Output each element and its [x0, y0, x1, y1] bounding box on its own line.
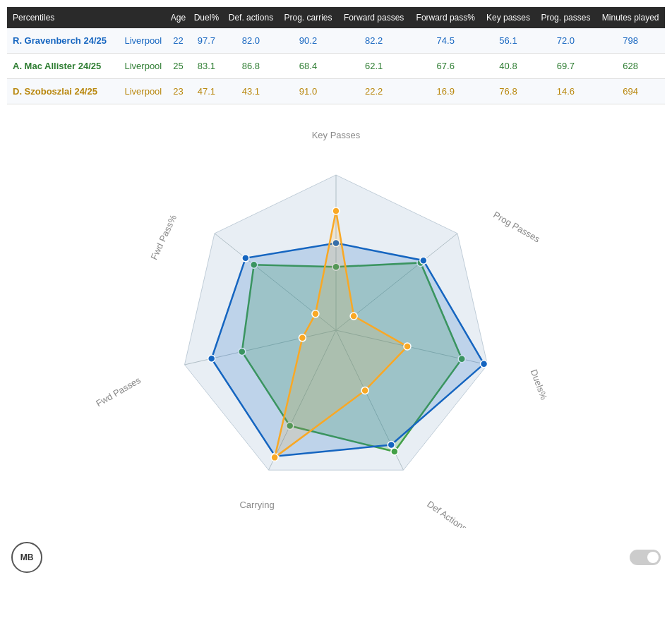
player-fwd-passes: 62.1	[337, 54, 410, 79]
radar-chart: Key PassesProg PassesDuels%Def ActionsCa…	[89, 119, 583, 528]
col-prog-carries: Prog. carries	[279, 7, 338, 28]
player-prog-carries: 91.0	[279, 79, 338, 104]
player-prog-passes: 69.7	[536, 54, 596, 79]
svg-text:Def Actions: Def Actions	[425, 499, 469, 528]
player-key-passes: 40.8	[481, 54, 535, 79]
col-duel: Duel%	[190, 7, 224, 28]
svg-text:Duels%: Duels%	[529, 368, 550, 401]
table-wrapper: Percentiles Age Duel% Def. actions Prog.…	[0, 0, 672, 104]
logo: MB	[11, 542, 42, 573]
col-minutes: Minutes played	[596, 7, 665, 28]
player-def-actions: 86.8	[223, 54, 278, 79]
player-name: A. Mac Allister 24/25	[7, 54, 119, 79]
svg-point-40	[271, 454, 278, 461]
col-team	[119, 7, 167, 28]
svg-point-41	[299, 334, 306, 341]
svg-point-42	[312, 310, 319, 318]
player-def-actions: 43.1	[223, 79, 278, 104]
svg-point-38	[404, 343, 411, 350]
col-age: Age	[167, 7, 189, 28]
player-minutes: 694	[596, 79, 665, 104]
svg-text:Prog Passes: Prog Passes	[491, 210, 542, 245]
svg-point-31	[388, 442, 395, 449]
player-prog-carries: 68.4	[279, 54, 338, 79]
svg-text:Fwd Pass%: Fwd Pass%	[148, 213, 179, 262]
table-row: R. Gravenberch 24/25 Liverpool 22 97.7 8…	[7, 28, 665, 54]
col-prog-passes: Prog. passes	[536, 7, 596, 28]
svg-point-33	[208, 355, 215, 362]
table-row: A. Mac Allister 24/25 Liverpool 25 83.1 …	[7, 54, 665, 79]
svg-point-30	[481, 361, 488, 368]
player-fwd-passes: 22.2	[337, 79, 410, 104]
player-minutes: 628	[596, 54, 665, 79]
main-container: Percentiles Age Duel% Def. actions Prog.…	[0, 0, 672, 635]
svg-point-29	[420, 257, 427, 264]
player-prog-passes: 14.6	[536, 79, 596, 104]
svg-text:Key Passes: Key Passes	[312, 130, 361, 140]
svg-text:Carrying: Carrying	[239, 500, 274, 510]
player-fwd-pass-pct: 16.9	[410, 79, 481, 104]
svg-point-39	[361, 387, 368, 394]
player-key-passes: 76.8	[481, 79, 535, 104]
col-def-actions: Def. actions	[223, 7, 278, 28]
player-team: Liverpool	[119, 79, 167, 104]
chart-area: Key PassesProg PassesDuels%Def ActionsCa…	[0, 104, 672, 535]
player-duel: 47.1	[190, 79, 224, 104]
player-minutes: 798	[596, 28, 665, 54]
player-age: 25	[167, 54, 189, 79]
svg-point-36	[332, 207, 340, 214]
footer: MB	[0, 535, 672, 580]
logo-text: MB	[20, 552, 34, 562]
svg-point-34	[242, 255, 249, 262]
player-name: D. Szoboszlai 24/25	[7, 79, 119, 104]
svg-point-37	[350, 313, 357, 320]
player-age: 22	[167, 28, 189, 54]
player-team: Liverpool	[119, 28, 167, 54]
table-row: D. Szoboszlai 24/25 Liverpool 23 47.1 43…	[7, 79, 665, 104]
col-fwd-pass-pct: Forward pass%	[410, 7, 481, 28]
player-age: 23	[167, 79, 189, 104]
col-percentiles: Percentiles	[7, 7, 119, 28]
player-duel: 97.7	[190, 28, 224, 54]
toggle-button[interactable]	[630, 550, 661, 565]
col-fwd-passes: Forward passes	[337, 7, 410, 28]
player-prog-passes: 72.0	[536, 28, 596, 54]
svg-point-23	[391, 448, 398, 455]
player-duel: 83.1	[190, 54, 224, 79]
player-fwd-pass-pct: 74.5	[410, 28, 481, 54]
svg-text:Fwd Passes: Fwd Passes	[94, 375, 143, 409]
player-team: Liverpool	[119, 54, 167, 79]
player-fwd-passes: 82.2	[337, 28, 410, 54]
player-name: R. Gravenberch 24/25	[7, 28, 119, 54]
player-key-passes: 56.1	[481, 28, 535, 54]
player-def-actions: 82.0	[223, 28, 278, 54]
col-key-passes: Key passes	[481, 7, 535, 28]
player-fwd-pass-pct: 67.6	[410, 54, 481, 79]
stats-table: Percentiles Age Duel% Def. actions Prog.…	[7, 7, 665, 104]
player-prog-carries: 90.2	[279, 28, 338, 54]
